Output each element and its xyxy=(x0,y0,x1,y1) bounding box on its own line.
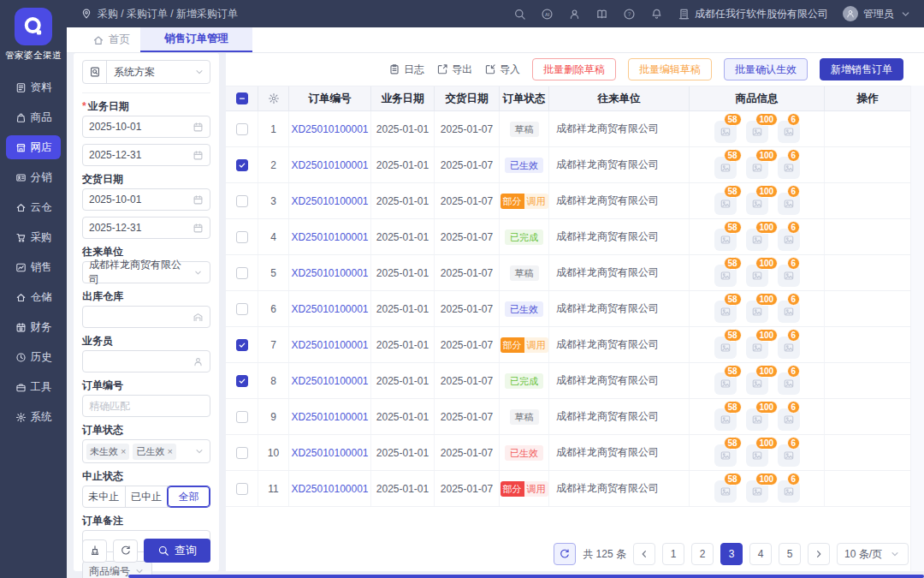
product-thumbnail[interactable]: 58 xyxy=(714,121,737,143)
order-number-link[interactable]: XD25010100001 xyxy=(289,255,371,290)
column-settings[interactable] xyxy=(258,86,289,110)
product-thumbnail[interactable]: 100 xyxy=(746,229,768,251)
row-checkbox[interactable] xyxy=(226,183,258,218)
product-thumbnail[interactable]: 6 xyxy=(778,408,800,431)
order-number-link[interactable]: XD25010100001 xyxy=(289,363,371,398)
sidebar-item-goods[interactable]: 商品 xyxy=(6,105,61,129)
product-thumbnail[interactable]: 6 xyxy=(778,265,800,287)
company-selector[interactable]: 成都任我行软件股份有限公司 xyxy=(678,7,828,21)
bell-icon[interactable] xyxy=(650,8,663,21)
batch-confirm-button[interactable]: 批量确认生效 xyxy=(724,58,808,80)
batch-edit-draft-button[interactable]: 批量编辑草稿 xyxy=(628,58,712,80)
page-button-2[interactable]: 2 xyxy=(691,543,714,565)
tag-close-icon[interactable]: × xyxy=(167,446,172,456)
select-all-checkbox[interactable] xyxy=(226,86,258,110)
product-thumbnail[interactable]: 6 xyxy=(778,372,800,395)
page-button-3[interactable]: 3 xyxy=(720,543,743,565)
add-sales-order-button[interactable]: 新增销售订单 xyxy=(820,58,903,80)
product-thumbnail[interactable]: 6 xyxy=(778,229,800,251)
order-number-link[interactable]: XD25010100001 xyxy=(289,183,371,218)
order-number-link[interactable]: XD25010100001 xyxy=(289,435,371,470)
order-number-link[interactable]: XD25010100001 xyxy=(289,291,371,326)
scheme-search-icon[interactable] xyxy=(83,61,107,83)
query-button[interactable]: 查询 xyxy=(144,539,210,563)
search-icon[interactable] xyxy=(513,8,526,21)
product-thumbnail[interactable]: 6 xyxy=(778,444,800,467)
salesman-input[interactable] xyxy=(82,350,210,372)
order-no-input[interactable]: 精确匹配 xyxy=(82,395,210,417)
product-thumbnail[interactable]: 58 xyxy=(714,229,737,251)
app-logo[interactable] xyxy=(15,8,52,45)
product-thumbnail[interactable]: 6 xyxy=(778,480,800,503)
prev-page-button[interactable] xyxy=(633,543,655,565)
order-status-multiselect[interactable]: 未生效× 已生效× xyxy=(82,439,210,463)
row-checkbox[interactable] xyxy=(226,111,258,146)
tab-home[interactable]: 首页 xyxy=(82,27,140,52)
product-thumbnail[interactable]: 100 xyxy=(746,480,768,503)
row-checkbox[interactable] xyxy=(226,291,258,326)
halt-option-all[interactable]: 全部 xyxy=(168,486,210,507)
product-thumbnail[interactable]: 100 xyxy=(746,301,768,323)
product-thumbnail[interactable]: 100 xyxy=(746,121,768,143)
sidebar-item-history[interactable]: 历史 xyxy=(6,345,61,369)
product-thumbnail[interactable]: 100 xyxy=(746,157,768,179)
product-thumbnail[interactable]: 6 xyxy=(778,193,800,215)
row-checkbox[interactable] xyxy=(226,399,258,434)
log-button[interactable]: 日志 xyxy=(388,63,424,77)
sidebar-item-finance[interactable]: 财务 xyxy=(6,315,61,339)
sidebar-item-data[interactable]: 资料 xyxy=(6,75,61,99)
product-thumbnail[interactable]: 58 xyxy=(714,480,737,503)
row-checkbox[interactable] xyxy=(226,435,258,470)
batch-delete-draft-button[interactable]: 批量删除草稿 xyxy=(532,58,616,80)
product-thumbnail[interactable]: 100 xyxy=(746,372,768,395)
product-thumbnail[interactable]: 6 xyxy=(778,157,800,179)
tag-close-icon[interactable]: × xyxy=(121,446,126,456)
order-number-link[interactable]: XD25010100001 xyxy=(289,147,371,182)
row-checkbox[interactable] xyxy=(226,219,258,254)
clear-button[interactable] xyxy=(82,539,107,563)
product-thumbnail[interactable]: 6 xyxy=(778,301,800,323)
sidebar-item-tools[interactable]: 工具 xyxy=(6,375,61,399)
product-thumbnail[interactable]: 100 xyxy=(746,444,768,467)
product-thumbnail[interactable]: 58 xyxy=(714,301,737,323)
order-number-link[interactable]: XD25010100001 xyxy=(289,219,371,254)
sidebar-item-system[interactable]: 系统 xyxy=(6,405,61,429)
product-thumbnail[interactable]: 58 xyxy=(714,265,737,287)
order-number-link[interactable]: XD25010100001 xyxy=(289,111,371,146)
order-number-link[interactable]: XD25010100001 xyxy=(289,327,371,362)
warehouse-input[interactable] xyxy=(82,306,210,328)
sidebar-item-warehouse[interactable]: 仓储 xyxy=(6,285,61,309)
product-thumbnail[interactable]: 6 xyxy=(778,121,800,143)
row-checkbox[interactable] xyxy=(226,327,258,362)
reset-button[interactable] xyxy=(113,539,138,563)
partner-select[interactable]: 成都祥龙商贸有限公司 xyxy=(82,261,210,283)
book-icon[interactable] xyxy=(595,8,608,21)
user-icon[interactable] xyxy=(568,8,581,21)
row-checkbox[interactable] xyxy=(226,255,258,290)
sidebar-item-purchase[interactable]: 采购 xyxy=(6,225,61,249)
page-size-select[interactable]: 10 条/页 xyxy=(837,543,909,565)
product-thumbnail[interactable]: 100 xyxy=(746,408,768,431)
import-button[interactable]: 导入 xyxy=(484,63,520,77)
product-thumbnail[interactable]: 100 xyxy=(746,265,768,287)
product-thumbnail[interactable]: 6 xyxy=(778,337,800,359)
ai-icon[interactable]: AI xyxy=(541,8,554,21)
delivery-date-to-input[interactable]: 2025-12-31 xyxy=(82,217,210,239)
product-thumbnail[interactable]: 100 xyxy=(746,337,768,359)
sidebar-item-sales[interactable]: 销售 xyxy=(6,255,61,279)
sidebar-item-shop[interactable]: 网店 xyxy=(6,135,61,159)
product-thumbnail[interactable]: 58 xyxy=(714,444,737,467)
halt-option-halted[interactable]: 已中止 xyxy=(126,486,169,507)
halt-option-not-halted[interactable]: 未中止 xyxy=(83,486,126,507)
business-date-to-input[interactable]: 2025-12-31 xyxy=(82,144,210,166)
scrollbar-track[interactable] xyxy=(910,86,924,571)
help-icon[interactable]: ? xyxy=(623,8,636,21)
business-date-from-input[interactable]: 2025-10-01 xyxy=(82,116,210,138)
order-number-link[interactable]: XD25010100001 xyxy=(289,399,371,434)
product-thumbnail[interactable]: 58 xyxy=(714,337,737,359)
page-button-4[interactable]: 4 xyxy=(749,543,772,565)
delivery-date-from-input[interactable]: 2025-10-01 xyxy=(82,188,210,211)
next-page-button[interactable] xyxy=(808,543,830,565)
row-checkbox[interactable] xyxy=(226,147,258,182)
scheme-selector[interactable]: 系统方案 xyxy=(82,60,210,84)
